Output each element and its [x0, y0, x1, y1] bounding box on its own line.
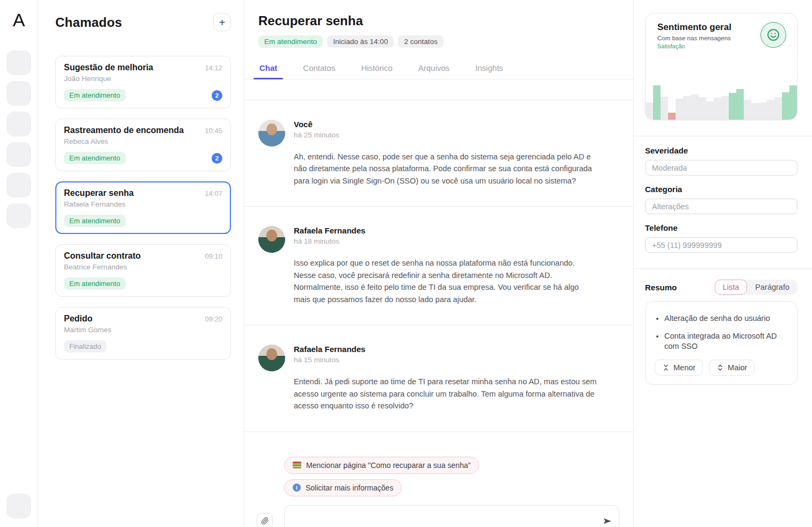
ticket-row-bottom: Em atendimento 2 — [64, 89, 222, 101]
ticket-time: 09:20 — [205, 315, 222, 323]
message-text: Entendi. Já pedi suporte ao time de TI p… — [294, 376, 597, 412]
chat-tabs: ChatContatosHistóricoArquivosInsights — [244, 58, 633, 79]
message-time: há 15 minutos — [294, 356, 597, 364]
message-body: Você há 25 minutos Ah, entendi. Nesse ca… — [294, 120, 597, 187]
chat-header-badge: Iniciado às 14:00 — [327, 35, 394, 48]
decrease-button[interactable]: Menor — [655, 360, 703, 376]
chat-tab[interactable]: Insights — [474, 58, 504, 79]
field-label: Severidade — [645, 146, 798, 155]
message: Rafaela Fernandes há 15 minutos Entendi.… — [244, 325, 633, 431]
ticket-card[interactable]: Consultar contrato 09:10 Beatrice Fernan… — [55, 244, 231, 297]
sentiment-subtitle: Com base nas mensagens — [657, 35, 731, 41]
sentiment-title: Sentimento geral — [657, 22, 731, 33]
nav-skeleton-item-bottom[interactable] — [6, 494, 31, 518]
message: Você há 25 minutos Ah, entendi. Nesse ca… — [244, 100, 633, 207]
nav-skeleton-item[interactable] — [6, 112, 31, 136]
ticket-status-badge: Em atendimento — [64, 277, 126, 290]
chat-tab[interactable]: Arquivos — [417, 58, 451, 79]
message-body: Rafaela Fernandes há 18 minutos Isso exp… — [294, 226, 597, 305]
field-label: Telefone — [645, 223, 798, 232]
ticket-card[interactable]: Pedido 09:20 Martim Gomes Finalizado — [55, 307, 231, 360]
summary-bullet: Alteração de senha do usuário — [664, 313, 780, 324]
sentiment-bar — [676, 99, 683, 120]
sentiment-bar — [653, 85, 661, 120]
attach-button[interactable] — [257, 513, 273, 527]
sentiment-bar — [668, 113, 676, 120]
message-author: Rafaela Fernandes — [294, 226, 597, 235]
sentiment-bar — [646, 103, 653, 120]
chat-tab[interactable]: Chat — [258, 58, 278, 79]
field-input[interactable] — [645, 237, 798, 253]
suggestion-chip-label: Mencionar página "Como recuparar a sua s… — [306, 461, 470, 470]
sentiment-bar — [729, 93, 736, 120]
ticket-status-badge: Em atendimento — [64, 215, 126, 227]
ticket-card[interactable]: Sugestão de melhoria 14:12 João Henrique… — [55, 56, 231, 108]
nav-skeleton-item[interactable] — [6, 81, 31, 106]
field-input[interactable] — [645, 199, 798, 214]
ticket-unread-badge: 2 — [212, 90, 222, 101]
ticket-field: Telefone — [645, 223, 798, 253]
collapse-icon — [662, 364, 670, 371]
sentiment-chart — [646, 85, 797, 120]
info-icon — [293, 484, 301, 492]
ticket-unread-badge: 2 — [212, 153, 222, 164]
increase-button[interactable]: Maior — [709, 360, 755, 376]
ticket-title: Consultar contrato — [64, 251, 141, 261]
ticket-row-top: Pedido 09:20 — [64, 314, 222, 324]
summary-toggle: ListaParágrafo — [715, 280, 798, 295]
composer-row — [257, 505, 619, 527]
chat-tab[interactable]: Histórico — [360, 58, 393, 79]
sentiment-card-header: Sentimento geral Com base nas mensagens … — [646, 13, 797, 49]
new-ticket-button[interactable]: + — [213, 13, 231, 31]
message-input-wrap — [284, 505, 619, 527]
sentiment-bar — [789, 85, 797, 120]
toggle-option[interactable]: Lista — [715, 280, 748, 295]
tickets-header: Chamados + — [38, 0, 244, 31]
sentiment-bar — [774, 97, 782, 120]
ticket-contact: Rafaela Fernandes — [64, 200, 222, 208]
ticket-card[interactable]: Rastreamento de encomenda 10:45 Rebeca A… — [55, 119, 231, 171]
chat-header-badge: Em atendimento — [258, 35, 323, 48]
nav-skeleton-item[interactable] — [6, 142, 31, 167]
ticket-contact: Rebeca Alves — [64, 137, 222, 145]
ticket-status-badge: Finalizado — [64, 340, 106, 353]
suggestion-chip[interactable]: Solicitar mais informações — [284, 479, 402, 496]
summary-card: Alteração de senha do usuárioConta integ… — [645, 301, 798, 385]
summary-bullet-list: Alteração de senha do usuárioConta integ… — [652, 313, 787, 352]
sentiment-bar — [714, 98, 721, 120]
ticket-title: Pedido — [64, 314, 92, 324]
insights-panel: Sentimento geral Com base nas mensagens … — [634, 0, 812, 527]
send-button[interactable] — [603, 517, 612, 525]
nav-skeleton-item[interactable] — [6, 50, 31, 75]
tickets-list: Sugestão de melhoria 14:12 João Henrique… — [38, 56, 244, 372]
chat-tab[interactable]: Contatos — [302, 58, 336, 79]
sidebar-nav — [6, 50, 31, 228]
nav-skeleton-item[interactable] — [6, 173, 31, 197]
sentiment-bar — [683, 96, 691, 120]
ticket-field: Categoria — [645, 185, 798, 214]
message-author: Rafaela Fernandes — [294, 345, 597, 354]
ticket-card[interactable]: Recuperar senha 14:07 Rafaela Fernandes … — [55, 181, 231, 234]
ticket-field: Severidade — [645, 146, 798, 175]
suggestion-chip[interactable]: Mencionar página "Como recuparar a sua s… — [284, 457, 479, 474]
summary-bullet: Conta integrada ao Microsoft AD com SSO — [664, 331, 780, 352]
app-sidebar: A — [0, 0, 38, 527]
ticket-row-top: Sugestão de melhoria 14:12 — [64, 63, 222, 72]
sentiment-card: Sentimento geral Com base nas mensagens … — [645, 13, 798, 120]
sentiment-bar — [661, 97, 668, 120]
sentiment-bar — [736, 89, 744, 120]
smiley-icon — [766, 28, 780, 42]
ticket-time: 10:45 — [205, 127, 222, 135]
toggle-option[interactable]: Parágrafo — [747, 280, 798, 295]
message-text: Ah, entendi. Nesse caso, pode ser que a … — [294, 151, 597, 187]
nav-skeleton-item[interactable] — [6, 203, 31, 228]
ticket-contact: Beatrice Fernandes — [64, 263, 222, 271]
field-input[interactable] — [645, 160, 798, 175]
mood-button[interactable] — [760, 22, 786, 48]
ticket-fields: Severidade Categoria Telefone — [634, 136, 812, 253]
ticket-status-badge: Em atendimento — [64, 152, 126, 164]
message-time: há 25 minutos — [294, 131, 597, 139]
ticket-time: 14:07 — [205, 189, 222, 197]
sentiment-bar — [744, 100, 751, 120]
message-input[interactable] — [284, 505, 619, 527]
